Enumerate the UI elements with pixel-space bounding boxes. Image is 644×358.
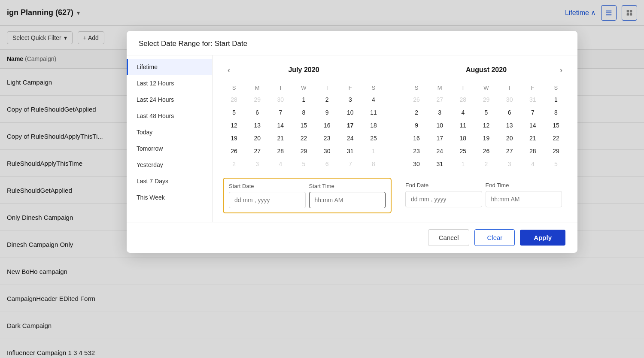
cal-cell[interactable]: 25 bbox=[452, 145, 474, 157]
start-time-input[interactable] bbox=[309, 192, 386, 208]
cal-cell[interactable]: 11 bbox=[452, 119, 474, 131]
cal-cell[interactable]: 27 bbox=[498, 145, 521, 157]
cal-cell[interactable]: 15 bbox=[545, 119, 567, 131]
cal-cell[interactable]: 2 bbox=[223, 158, 245, 170]
cal-cell[interactable]: 3 bbox=[246, 158, 268, 170]
cal-cell[interactable]: 26 bbox=[475, 145, 497, 157]
clear-button[interactable]: Clear bbox=[474, 229, 515, 246]
end-time-input[interactable] bbox=[486, 191, 562, 207]
cal-cell[interactable]: 30 bbox=[405, 158, 428, 170]
preset-thisweek[interactable]: This Week bbox=[127, 189, 212, 206]
cal-cell[interactable]: 5 bbox=[475, 106, 497, 118]
cal-cell[interactable]: 12 bbox=[475, 119, 497, 131]
cal-cell[interactable]: 13 bbox=[246, 119, 268, 131]
cal-cell[interactable]: 8 bbox=[545, 106, 567, 118]
cal-cell[interactable]: 17 bbox=[428, 132, 451, 144]
preset-tomorrow[interactable]: Tomorrow bbox=[127, 140, 212, 157]
cal-cell[interactable]: 5 bbox=[223, 106, 245, 118]
preset-yesterday[interactable]: Yesterday bbox=[127, 157, 212, 173]
preset-last48[interactable]: Last 48 Hours bbox=[127, 108, 212, 124]
cal-cell[interactable]: 20 bbox=[246, 132, 268, 144]
cal-cell[interactable]: 5 bbox=[292, 158, 315, 170]
apply-button[interactable]: Apply bbox=[520, 230, 565, 246]
cal-cell[interactable]: 29 bbox=[292, 145, 315, 157]
preset-today[interactable]: Today bbox=[127, 124, 212, 140]
cal-cell[interactable]: 18 bbox=[362, 119, 385, 131]
cal-cell[interactable]: 1 bbox=[362, 145, 385, 157]
cal-cell[interactable]: 30 bbox=[269, 94, 292, 106]
cal-cell[interactable]: 4 bbox=[362, 94, 385, 106]
cal-cell[interactable]: 29 bbox=[246, 94, 268, 106]
cal-cell[interactable]: 16 bbox=[405, 132, 428, 144]
cal-cell[interactable]: 27 bbox=[428, 94, 451, 106]
cal-cell[interactable]: 9 bbox=[405, 119, 428, 131]
cal-cell[interactable]: 21 bbox=[269, 132, 292, 144]
cal-cell[interactable]: 6 bbox=[498, 106, 521, 118]
cal-cell[interactable]: 14 bbox=[269, 119, 292, 131]
next-month-button[interactable]: › bbox=[555, 64, 567, 76]
cal-cell[interactable]: 10 bbox=[339, 106, 361, 118]
cal-cell[interactable]: 31 bbox=[428, 158, 451, 170]
prev-month-button[interactable]: ‹ bbox=[223, 64, 235, 76]
cal-cell[interactable]: 8 bbox=[362, 158, 385, 170]
cal-cell[interactable]: 24 bbox=[339, 132, 361, 144]
start-date-input[interactable] bbox=[229, 192, 306, 208]
cal-cell[interactable]: 6 bbox=[246, 106, 268, 118]
cal-cell[interactable]: 1 bbox=[545, 94, 567, 106]
cal-cell[interactable]: 27 bbox=[246, 145, 268, 157]
cal-cell[interactable]: 3 bbox=[339, 94, 361, 106]
cal-cell[interactable]: 3 bbox=[498, 158, 521, 170]
cal-cell[interactable]: 29 bbox=[545, 145, 567, 157]
cal-cell[interactable]: 16 bbox=[316, 119, 338, 131]
cal-cell[interactable]: 31 bbox=[522, 94, 544, 106]
cal-cell[interactable]: 19 bbox=[223, 132, 245, 144]
cal-cell[interactable]: 7 bbox=[339, 158, 361, 170]
cal-cell[interactable]: 22 bbox=[292, 132, 315, 144]
cal-cell[interactable]: 24 bbox=[428, 145, 451, 157]
cal-cell[interactable]: 2 bbox=[475, 158, 497, 170]
cal-cell[interactable]: 21 bbox=[522, 132, 544, 144]
cal-cell[interactable]: 30 bbox=[316, 145, 338, 157]
cal-cell[interactable]: 29 bbox=[475, 94, 497, 106]
cal-cell[interactable]: 10 bbox=[428, 119, 451, 131]
cal-cell[interactable]: 26 bbox=[223, 145, 245, 157]
cal-cell[interactable]: 9 bbox=[316, 106, 338, 118]
cal-cell[interactable]: 22 bbox=[545, 132, 567, 144]
cal-cell[interactable]: 26 bbox=[405, 94, 428, 106]
preset-last7[interactable]: Last 7 Days bbox=[127, 173, 212, 189]
cal-cell[interactable]: 3 bbox=[428, 106, 451, 118]
preset-last24[interactable]: Last 24 Hours bbox=[127, 91, 212, 108]
cal-cell[interactable]: 8 bbox=[292, 106, 315, 118]
cal-cell[interactable]: 5 bbox=[545, 158, 567, 170]
cal-cell[interactable]: 12 bbox=[223, 119, 245, 131]
cal-cell[interactable]: 30 bbox=[498, 94, 521, 106]
cal-cell[interactable]: 13 bbox=[498, 119, 521, 131]
cal-cell[interactable]: 18 bbox=[452, 132, 474, 144]
preset-last12[interactable]: Last 12 Hours bbox=[127, 75, 212, 91]
cal-cell[interactable]: 28 bbox=[223, 94, 245, 106]
cal-cell[interactable]: 25 bbox=[362, 132, 385, 144]
cal-cell[interactable]: 1 bbox=[452, 158, 474, 170]
cal-cell[interactable]: 1 bbox=[292, 94, 315, 106]
cal-cell[interactable]: 28 bbox=[452, 94, 474, 106]
cal-cell[interactable]: 15 bbox=[292, 119, 315, 131]
cal-cell[interactable]: 7 bbox=[269, 106, 292, 118]
cal-cell-today[interactable]: 17 bbox=[339, 119, 361, 131]
cal-cell[interactable]: 23 bbox=[316, 132, 338, 144]
cal-cell[interactable]: 4 bbox=[269, 158, 292, 170]
cal-cell[interactable]: 14 bbox=[522, 119, 544, 131]
cal-cell[interactable]: 31 bbox=[339, 145, 361, 157]
cal-cell[interactable]: 2 bbox=[316, 94, 338, 106]
cal-cell[interactable]: 11 bbox=[362, 106, 385, 118]
end-date-input[interactable] bbox=[405, 191, 482, 207]
cal-cell[interactable]: 28 bbox=[269, 145, 292, 157]
cancel-button[interactable]: Cancel bbox=[428, 229, 470, 246]
preset-lifetime[interactable]: Lifetime bbox=[127, 59, 212, 75]
cal-cell[interactable]: 4 bbox=[452, 106, 474, 118]
cal-cell[interactable]: 20 bbox=[498, 132, 521, 144]
cal-cell[interactable]: 7 bbox=[522, 106, 544, 118]
cal-cell[interactable]: 6 bbox=[316, 158, 338, 170]
cal-cell[interactable]: 28 bbox=[522, 145, 544, 157]
cal-cell[interactable]: 4 bbox=[522, 158, 544, 170]
cal-cell[interactable]: 23 bbox=[405, 145, 428, 157]
